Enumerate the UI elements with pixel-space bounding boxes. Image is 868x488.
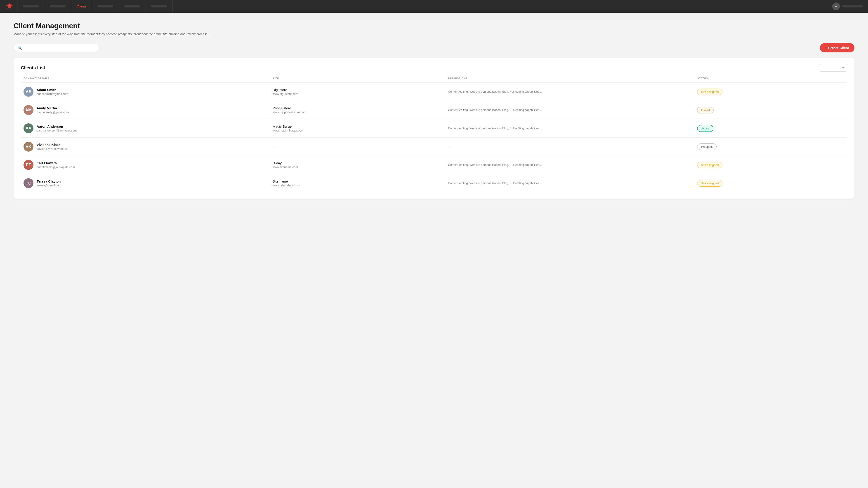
col-site: SITE — [273, 77, 444, 80]
status-cell: Prospect — [697, 143, 844, 150]
contact-cell: TC Teresa Clayton teresa@gmail.com — [24, 178, 269, 188]
contact-cell: AM Amily Martin martin.amily@gmail.com — [24, 105, 269, 115]
nav-placeholder-2 — [50, 5, 66, 7]
client-name: Teresa Clayton — [37, 180, 61, 183]
clients-list-title: Clients List — [21, 65, 45, 70]
create-client-button[interactable]: + Create Client — [820, 43, 855, 53]
client-name: Vivianna Kiser — [37, 143, 68, 147]
site-name: Digi-store — [273, 88, 444, 92]
client-email: earidflowers@jourrapide.com — [37, 165, 75, 169]
nav-item-clients[interactable]: Clients — [71, 0, 92, 13]
client-name: Adam Smith — [37, 88, 68, 92]
page-title: Client Management — [13, 22, 855, 30]
card-header: Clients List All Active Invited Prospect… — [21, 64, 847, 72]
col-contact: CONTACT DETAILS — [24, 77, 269, 80]
filter-dropdown[interactable]: All Active Invited Prospect Site assigne… — [819, 64, 847, 72]
site-url: www.digi-store.com — [273, 92, 444, 96]
nav-item-5[interactable] — [146, 0, 173, 13]
client-email: davidreilly@telewom.us — [37, 147, 68, 151]
status-badge: Invited — [697, 107, 713, 113]
nav-user[interactable]: ● — [832, 2, 863, 10]
permissions: Content editing, Website personalization… — [448, 126, 693, 131]
logo[interactable] — [5, 2, 13, 10]
table-row[interactable]: TC Teresa Clayton teresa@gmail.com Site … — [21, 174, 847, 192]
status-cell: Site assigned — [697, 162, 844, 168]
nav-placeholder-4 — [124, 5, 140, 7]
contact-info: Teresa Clayton teresa@gmail.com — [37, 180, 61, 187]
status-badge: Active — [697, 125, 713, 132]
site-name: Site name — [273, 180, 444, 183]
nav-item-1[interactable] — [17, 0, 44, 13]
permissions: Content editing, Website personalization… — [448, 163, 693, 167]
avatar: AM — [24, 105, 33, 115]
search-input[interactable] — [24, 46, 96, 50]
contact-info: Vivianna Kiser davidreilly@telewom.us — [37, 143, 68, 151]
client-email: adam.smith@gmail.com — [37, 92, 68, 96]
client-email: aaronanderson@armyspy.com — [37, 129, 76, 132]
avatar: AS — [24, 87, 33, 97]
status-badge: Prospect — [697, 143, 716, 150]
contact-cell: EF Earl Flowers earidflowers@jourrapide.… — [24, 160, 269, 170]
table-row[interactable]: AA Aaron Anderson aaronanderson@armyspy.… — [21, 119, 847, 138]
contact-info: Amily Martin martin.amily@gmail.com — [37, 106, 69, 114]
client-name: Amily Martin — [37, 106, 69, 110]
table-row[interactable]: AM Amily Martin martin.amily@gmail.com P… — [21, 101, 847, 119]
site-name: D-day — [273, 161, 444, 165]
nav-placeholder-1 — [23, 5, 39, 7]
nav-placeholder-3 — [97, 5, 113, 7]
nav-items: Clients — [17, 0, 832, 13]
search-icon: 🔍 — [18, 46, 22, 50]
contact-cell: VK Vivianna Kiser davidreilly@telewom.us — [24, 142, 269, 152]
site-dash: --- — [273, 144, 276, 149]
site-url: www.magic-Burger.com — [273, 129, 444, 132]
status-cell: Active — [697, 125, 844, 132]
avatar: EF — [24, 160, 33, 170]
clients-card: Clients List All Active Invited Prospect… — [13, 58, 855, 199]
avatar: AA — [24, 123, 33, 133]
avatar: VK — [24, 142, 33, 152]
contact-info: Adam Smith adam.smith@gmail.com — [37, 88, 68, 96]
table-row[interactable]: VK Vivianna Kiser davidreilly@telewom.us… — [21, 138, 847, 156]
status-badge: Site assigned — [697, 162, 722, 168]
main-content: Client Management Manage your clients ev… — [0, 13, 868, 488]
permissions: --- — [448, 144, 693, 149]
permissions: Content editing, Website personalization… — [448, 108, 693, 112]
site-url: www.my.phone-store.com — [273, 110, 444, 114]
user-avatar-icon: ● — [832, 2, 840, 10]
table-row[interactable]: EF Earl Flowers earidflowers@jourrapide.… — [21, 156, 847, 174]
status-cell: Invited — [697, 107, 844, 113]
nav-placeholder-5 — [151, 5, 167, 7]
contact-info: Earl Flowers earidflowers@jourrapide.com — [37, 161, 75, 169]
site-name: Phone-store — [273, 106, 444, 110]
status-badge: Site assigned — [697, 89, 722, 95]
client-email: martin.amily@gmail.com — [37, 110, 69, 114]
user-name-placeholder — [842, 5, 863, 7]
page-subtitle: Manage your clients every step of the wa… — [13, 32, 855, 36]
actions-row: 🔍 + Create Client — [13, 43, 855, 53]
navbar: Clients ● — [0, 0, 868, 13]
nav-clients-label: Clients — [76, 4, 86, 8]
nav-item-4[interactable] — [119, 0, 146, 13]
contact-cell: AS Adam Smith adam.smith@gmail.com — [24, 87, 269, 97]
contact-info: Aaron Anderson aaronanderson@armyspy.com — [37, 125, 76, 132]
site-name: Magic Burger — [273, 125, 444, 128]
contact-cell: AA Aaron Anderson aaronanderson@armyspy.… — [24, 123, 269, 133]
permissions: Content editing, Website personalization… — [448, 181, 693, 186]
search-box[interactable]: 🔍 — [13, 43, 99, 52]
client-name: Earl Flowers — [37, 161, 75, 165]
permissions: Content editing, Website personalization… — [448, 90, 693, 94]
status-cell: Site assigned — [697, 89, 844, 95]
nav-item-2[interactable] — [44, 0, 71, 13]
table-body: AS Adam Smith adam.smith@gmail.com Digi-… — [21, 83, 847, 192]
avatar: TC — [24, 178, 33, 188]
table-header: CONTACT DETAILS SITE PERMISSIONS STATUS — [21, 77, 847, 83]
status-badge: Site assigned — [697, 180, 722, 187]
col-status: STATUS — [697, 77, 844, 80]
site-url: www.sitename.com — [273, 165, 444, 169]
client-name: Aaron Anderson — [37, 125, 76, 128]
nav-item-3[interactable] — [92, 0, 119, 13]
col-permissions: PERMISSIONS — [448, 77, 693, 80]
table-row[interactable]: AS Adam Smith adam.smith@gmail.com Digi-… — [21, 83, 847, 101]
site-url: www.urban-hats.com — [273, 184, 444, 187]
client-email: teresa@gmail.com — [37, 184, 61, 187]
